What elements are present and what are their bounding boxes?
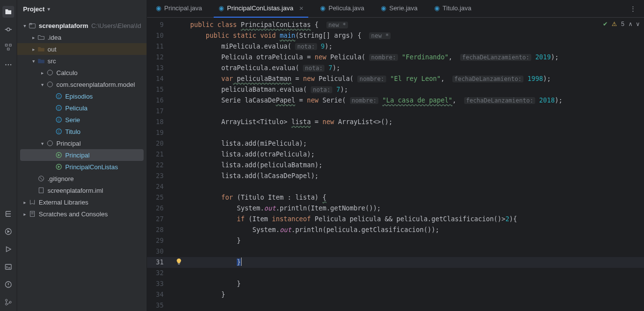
tree-root-path: C:\Users\Elena\Id — [91, 22, 141, 29]
tab-label: Principal.java — [164, 4, 202, 12]
code-editor[interactable]: ✔ ⚠ 5 ∧ ∨ 9public class PrincipalConList… — [147, 18, 644, 311]
run-tool-icon[interactable] — [2, 226, 14, 237]
folder-icon — [37, 34, 46, 41]
line-number: 35 — [147, 300, 171, 311]
tree-item-label: Calculo — [56, 69, 77, 77]
line-number: 11 — [147, 41, 171, 52]
svg-rect-8 — [5, 264, 11, 269]
library-icon — [28, 199, 37, 206]
bookmarks-tool-icon[interactable] — [2, 208, 14, 220]
runnable-class-icon: ◉ — [219, 4, 224, 12]
inspection-indicators[interactable]: ✔ ⚠ 5 ∧ ∨ — [603, 21, 639, 27]
class-icon: C — [54, 93, 63, 100]
tab-principalconlistas[interactable]: ◉ PrincipalConListas.java × — [214, 0, 308, 18]
tree-class-pelicula[interactable]: C Pelicula — [17, 102, 147, 114]
svg-point-4 — [5, 64, 6, 65]
svg-point-6 — [10, 64, 11, 65]
editor-area: ◉ Principal.java ◉ PrincipalConListas.ja… — [147, 0, 644, 311]
vcs-tool-icon[interactable] — [2, 296, 14, 308]
tree-root-name: screenplataform — [39, 22, 88, 29]
package-icon — [46, 81, 54, 88]
close-icon[interactable]: × — [299, 4, 303, 12]
warning-icon: ⚠ — [612, 21, 617, 27]
package-icon — [46, 69, 54, 76]
chevron-right-icon: ▸ — [39, 70, 46, 76]
tree-class-episodios[interactable]: C Episodios — [17, 90, 147, 102]
line-number: 20 — [147, 138, 171, 149]
chevron-down-icon: ▾ — [39, 82, 46, 87]
tree-calculo-pkg[interactable]: ▸ Calculo — [17, 67, 147, 78]
tab-principal[interactable]: ◉ Principal.java — [151, 0, 207, 18]
line-number: 29 — [147, 235, 171, 246]
tree-iml[interactable]: screenplataform.iml — [17, 184, 147, 196]
chevron-down-icon: ▾ — [30, 58, 37, 64]
nav-up-icon[interactable]: ∧ — [628, 21, 632, 27]
chevron-right-icon: ▸ — [21, 211, 28, 217]
line-number: 22 — [147, 160, 171, 171]
svg-point-15 — [48, 70, 53, 76]
more-tool-icon[interactable] — [2, 59, 14, 71]
svg-point-10 — [5, 299, 7, 301]
line-number: 13 — [147, 63, 171, 74]
svg-rect-29 — [39, 188, 44, 193]
structure-tool-icon[interactable] — [2, 41, 14, 53]
file-icon — [37, 175, 46, 182]
tree-src-folder[interactable]: ▾ src — [17, 55, 147, 67]
line-number: 30 — [147, 246, 171, 257]
editor-tabs: ◉ Principal.java ◉ PrincipalConListas.ja… — [147, 0, 644, 18]
tab-overflow-icon[interactable]: ⋮ — [626, 5, 640, 12]
tree-out-folder[interactable]: ▸ out — [17, 43, 147, 55]
class-icon: C — [54, 128, 63, 135]
tree-class-titulo[interactable]: C Titulo — [17, 126, 147, 137]
svg-rect-2 — [9, 44, 11, 46]
line-number: 26 — [147, 203, 171, 214]
chevron-right-icon: ▸ — [21, 200, 28, 205]
tree-root[interactable]: ▾ screenplataform C:\Users\Elena\Id — [17, 20, 147, 31]
line-number: 14 — [147, 74, 171, 84]
project-panel: Project ▾ ▾ screenplataform C:\Users\Ele… — [17, 0, 147, 311]
tree-class-serie[interactable]: C Serie — [17, 114, 147, 126]
problems-tool-icon[interactable] — [2, 279, 14, 290]
chevron-down-icon: ▾ — [21, 23, 28, 28]
project-tool-icon[interactable] — [2, 6, 14, 18]
svg-text:C: C — [57, 130, 60, 133]
line-number: 17 — [147, 106, 171, 117]
tree-gitignore[interactable]: .gitignore — [17, 173, 147, 184]
tab-pelicula[interactable]: ◉ Pelicula.java — [315, 0, 369, 18]
tree-item-label: Serie — [65, 116, 80, 124]
tree-idea-folder[interactable]: ▸ .idea — [17, 31, 147, 43]
check-icon: ✔ — [603, 21, 608, 27]
tree-external-libs[interactable]: ▸ External Libraries — [17, 196, 147, 208]
chevron-down-icon: ▾ — [48, 6, 50, 12]
tree-class-principal[interactable]: Principal — [20, 149, 144, 161]
tab-label: PrincipalConListas.java — [227, 4, 293, 12]
folder-icon — [37, 46, 46, 52]
nav-down-icon[interactable]: ∨ — [636, 21, 639, 27]
tree-item-label: Titulo — [65, 128, 80, 135]
tab-titulo[interactable]: ◉ Titulo.java — [429, 0, 476, 18]
tree-item-label: screenplataform.iml — [48, 187, 103, 194]
line-number: 34 — [147, 289, 171, 300]
chevron-down-icon: ▾ — [39, 141, 46, 146]
svg-point-5 — [8, 64, 9, 65]
tree-item-label: Principal — [65, 152, 90, 159]
commit-tool-icon[interactable] — [2, 24, 14, 35]
project-tree[interactable]: ▾ screenplataform C:\Users\Elena\Id ▸ .i… — [17, 18, 147, 311]
chevron-right-icon: ▸ — [30, 35, 37, 40]
project-panel-header[interactable]: Project ▾ — [17, 0, 147, 18]
class-icon: ◉ — [434, 4, 440, 12]
tree-item-label: .gitignore — [48, 175, 74, 182]
tree-class-principalconlistas[interactable]: PrincipalConListas — [17, 161, 147, 173]
play-tool-icon[interactable] — [2, 243, 14, 255]
file-icon — [37, 187, 46, 194]
svg-point-11 — [5, 303, 7, 305]
warning-count: 5 — [621, 21, 624, 27]
tab-serie[interactable]: ◉ Serie.java — [376, 0, 422, 18]
tree-scratches[interactable]: ▸ Scratches and Consoles — [17, 208, 147, 220]
tree-principal-pkg[interactable]: ▾ Principal — [17, 137, 147, 149]
intention-bulb-icon[interactable] — [175, 258, 182, 265]
terminal-tool-icon[interactable] — [2, 261, 14, 273]
chevron-right-icon: ▸ — [30, 47, 37, 52]
package-icon — [46, 140, 54, 147]
tree-model-pkg[interactable]: ▾ com.screenplataform.model — [17, 78, 147, 90]
